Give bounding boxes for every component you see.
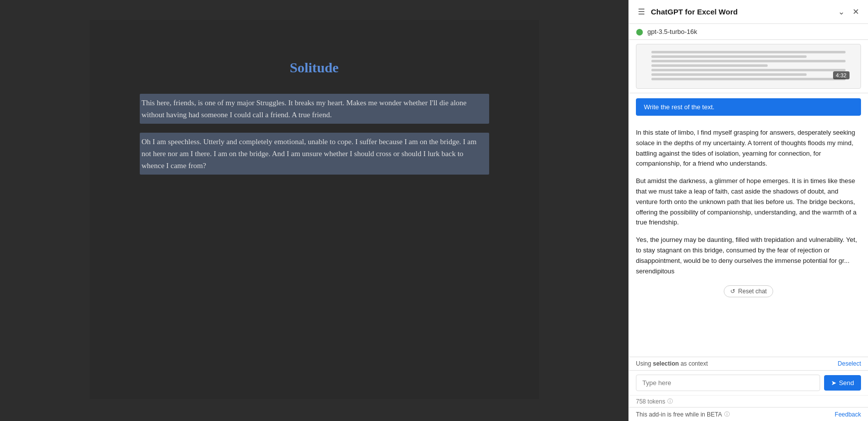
footer-text: This add-in is free while in BETA <box>636 411 722 418</box>
reset-icon: ↺ <box>730 288 735 295</box>
preview-inner <box>647 47 849 86</box>
preview-area: 4:32 <box>629 40 868 93</box>
paragraph-2[interactable]: Oh I am speechless. Utterly and complete… <box>140 133 489 175</box>
document-page: Solitude This here, friends, is one of m… <box>90 20 539 399</box>
preview-timestamp: 4:32 <box>833 71 850 79</box>
chatgpt-sidebar: ☰ ChatGPT for Excel Word ⌄ ✕ ⬤ gpt-3.5-t… <box>628 0 868 421</box>
token-bar: 758 tokens ⓘ <box>629 395 868 407</box>
sidebar-header: ☰ ChatGPT for Excel Word ⌄ ✕ <box>629 0 868 24</box>
sidebar-header-left: ☰ ChatGPT for Excel Word <box>636 5 738 18</box>
preview-line-5 <box>651 69 845 71</box>
footer-info-icon: ⓘ <box>724 411 730 418</box>
input-area: ➤ Send <box>629 370 868 395</box>
chat-area[interactable]: In this state of limbo, I find myself gr… <box>629 121 868 357</box>
menu-button[interactable]: ☰ <box>636 5 647 18</box>
preview-thumbnail: 4:32 <box>636 44 861 89</box>
context-label: Using selection as context <box>636 360 708 367</box>
sidebar-title: ChatGPT for Excel Word <box>651 7 738 16</box>
preview-line-7 <box>651 78 845 80</box>
close-icon: ✕ <box>853 7 859 16</box>
feedback-link[interactable]: Feedback <box>835 411 861 418</box>
send-label: Send <box>839 379 854 387</box>
preview-line-1 <box>651 51 845 53</box>
chat-message-2: But amidst the darkness, a glimmer of ho… <box>636 176 861 228</box>
model-icon: ⬤ <box>636 28 643 35</box>
paragraph-1[interactable]: This here, friends, is one of my major S… <box>140 94 489 124</box>
model-name: gpt-3.5-turbo-16k <box>647 28 861 35</box>
deselect-button[interactable]: Deselect <box>838 360 861 367</box>
document-area: Solitude This here, friends, is one of m… <box>0 0 628 421</box>
model-bar: ⬤ gpt-3.5-turbo-16k <box>629 24 868 40</box>
send-button[interactable]: ➤ Send <box>824 375 861 391</box>
preview-line-2 <box>651 55 806 58</box>
token-count: 758 tokens <box>636 398 665 405</box>
send-icon: ➤ <box>831 379 837 387</box>
action-button[interactable]: Write the rest of the text. <box>636 98 861 116</box>
sidebar-footer: This add-in is free while in BETA ⓘ Feed… <box>629 407 868 421</box>
collapse-button[interactable]: ⌄ <box>836 5 847 18</box>
chat-input[interactable] <box>636 375 820 391</box>
selection-bold: selection <box>653 360 679 367</box>
context-bar: Using selection as context Deselect <box>629 357 868 370</box>
preview-line-4 <box>651 64 768 67</box>
preview-line-6 <box>651 73 806 76</box>
chat-message-3: Yes, the journey may be daunting, filled… <box>636 235 861 276</box>
preview-line-3 <box>651 60 845 62</box>
menu-icon: ☰ <box>638 7 645 16</box>
header-icons: ⌄ ✕ <box>836 5 861 18</box>
footer-left: This add-in is free while in BETA ⓘ <box>636 411 730 418</box>
reset-chat-button[interactable]: ↺ Reset chat <box>724 285 773 297</box>
reset-chat-label: Reset chat <box>738 288 767 295</box>
token-info-icon: ⓘ <box>667 398 673 405</box>
collapse-icon: ⌄ <box>838 7 845 16</box>
document-title: Solitude <box>140 60 489 76</box>
chat-message-1: In this state of limbo, I find myself gr… <box>636 128 861 169</box>
close-button[interactable]: ✕ <box>851 5 861 18</box>
